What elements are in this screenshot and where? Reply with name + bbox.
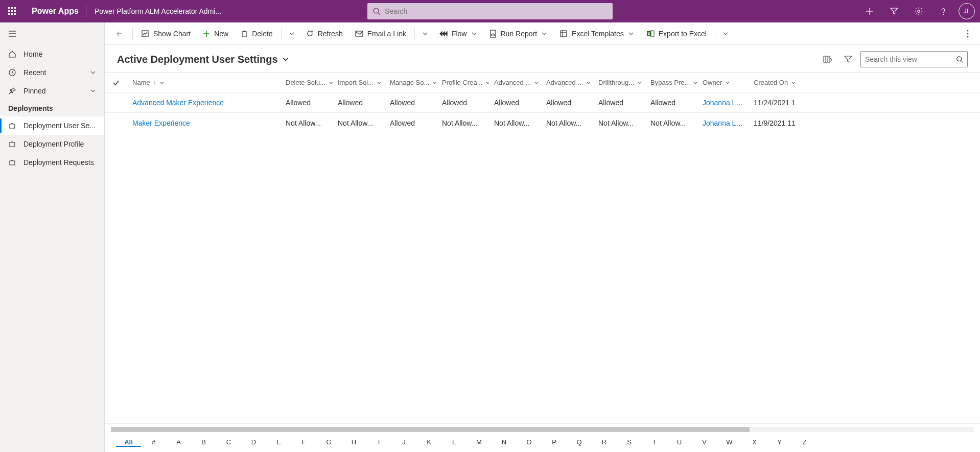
export-dropdown[interactable] <box>718 31 733 37</box>
email-link-label: Email a Link <box>367 30 406 38</box>
filter-view-button[interactable] <box>840 51 856 67</box>
command-separator <box>132 28 133 40</box>
index-letter[interactable]: Q <box>567 438 592 447</box>
email-link-button[interactable]: Email a Link <box>350 26 411 42</box>
index-letter[interactable]: K <box>416 438 441 447</box>
index-letter[interactable]: O <box>517 438 542 447</box>
index-letter[interactable]: T <box>642 438 667 447</box>
chevron-down-icon <box>377 80 382 85</box>
index-letter[interactable]: I <box>366 438 391 447</box>
delete-dropdown[interactable] <box>285 31 299 37</box>
column-advanced-2[interactable]: Advanced ... <box>541 79 593 86</box>
column-drillthrough[interactable]: Drillthroug... <box>593 79 645 86</box>
index-letter[interactable]: N <box>492 438 517 447</box>
app-name[interactable]: Power Apps <box>25 7 86 16</box>
nav-recent[interactable]: Recent <box>0 63 104 82</box>
user-avatar[interactable]: JL <box>959 3 975 19</box>
back-button[interactable] <box>110 26 129 42</box>
index-letter[interactable]: S <box>617 438 642 447</box>
add-button[interactable] <box>857 0 882 22</box>
nav-deployment-profile[interactable]: Deployment Profile <box>0 135 104 153</box>
column-created-on[interactable]: Created On <box>749 79 801 86</box>
export-excel-button[interactable]: Export to Excel <box>641 26 712 42</box>
column-advanced-1[interactable]: Advanced ... <box>489 79 541 86</box>
index-letter[interactable]: G <box>316 438 341 447</box>
owner-link[interactable]: Johanna Loren <box>703 99 749 107</box>
run-report-button[interactable]: Run Report <box>484 26 553 42</box>
index-letter[interactable]: D <box>241 438 266 447</box>
column-delete-solution[interactable]: Delete Solu... <box>281 79 333 86</box>
refresh-button[interactable]: Refresh <box>301 26 348 42</box>
view-search-input[interactable] <box>865 55 956 63</box>
table-row[interactable]: Advanced Maker ExperienceAllowedAllowedA… <box>105 92 980 113</box>
index-letter[interactable]: R <box>592 438 617 447</box>
index-letter[interactable]: # <box>141 438 166 447</box>
view-title-label: Active Deployment User Settings <box>117 54 278 65</box>
horizontal-scrollbar[interactable] <box>111 427 974 433</box>
index-letter[interactable]: All <box>116 438 141 447</box>
index-letter[interactable]: U <box>667 438 692 447</box>
table-row[interactable]: Maker ExperienceNot Allow...Not Allow...… <box>105 113 980 133</box>
record-link[interactable]: Maker Experience <box>132 119 190 127</box>
svg-point-32 <box>967 30 969 31</box>
column-owner[interactable]: Owner <box>697 79 735 86</box>
index-letter[interactable]: L <box>441 438 466 447</box>
new-label: New <box>214 30 228 38</box>
flow-button[interactable]: Flow <box>434 26 482 42</box>
breadcrumb[interactable]: Power Platform ALM Accelerator Admi... <box>86 7 229 15</box>
excel-templates-button[interactable]: Excel Templates <box>554 26 639 42</box>
index-letter[interactable]: Z <box>792 438 817 447</box>
nav-home[interactable]: Home <box>0 45 104 63</box>
record-link[interactable]: Advanced Maker Experience <box>132 99 224 107</box>
delete-button[interactable]: Delete <box>236 26 277 42</box>
show-chart-button[interactable]: Show Chart <box>136 26 196 42</box>
index-letter[interactable]: P <box>542 438 567 447</box>
index-letter[interactable]: Y <box>767 438 792 447</box>
index-letter[interactable]: M <box>466 438 492 447</box>
view-selector[interactable]: Active Deployment User Settings <box>117 54 289 65</box>
column-bypass[interactable]: Bypass Pre... <box>645 79 697 86</box>
chevron-down-icon <box>725 80 730 85</box>
global-search[interactable] <box>367 3 613 19</box>
cell-delete-solution: Not Allow... <box>281 119 333 127</box>
column-profile-creation[interactable]: Profile Crea... <box>437 79 489 86</box>
svg-point-14 <box>943 14 943 14</box>
index-letter[interactable]: E <box>266 438 291 447</box>
index-letter[interactable]: J <box>391 438 416 447</box>
select-all-checkbox[interactable] <box>112 79 120 86</box>
email-dropdown[interactable] <box>418 31 432 37</box>
column-import-solution[interactable]: Import Sol... <box>333 79 385 86</box>
nav-deployment-requests[interactable]: Deployment Requests <box>0 153 104 172</box>
index-letter[interactable]: W <box>717 438 742 447</box>
sidebar-toggle[interactable] <box>0 22 104 45</box>
index-letter[interactable]: B <box>191 438 216 447</box>
command-bar: Show Chart New Delete Refresh Email a Li… <box>105 22 980 45</box>
column-name[interactable]: Name ↑ <box>127 79 170 86</box>
svg-point-33 <box>967 33 969 34</box>
svg-point-38 <box>957 57 962 61</box>
index-letter[interactable]: V <box>692 438 717 447</box>
nav-deployment-user-settings[interactable]: Deployment User Se... <box>0 116 104 135</box>
index-letter[interactable]: F <box>291 438 316 447</box>
edit-columns-button[interactable] <box>820 51 836 67</box>
flow-label: Flow <box>452 30 467 38</box>
command-overflow[interactable] <box>961 30 975 38</box>
column-manage-solution[interactable]: Manage So... <box>385 79 437 86</box>
scrollbar-thumb[interactable] <box>111 427 750 432</box>
index-letter[interactable]: A <box>166 438 191 447</box>
index-letter[interactable]: X <box>742 438 767 447</box>
index-letter[interactable]: H <box>341 438 366 447</box>
help-button[interactable] <box>931 0 955 22</box>
index-letter[interactable]: C <box>216 438 241 447</box>
chevron-down-icon <box>637 80 642 85</box>
filter-button[interactable] <box>882 0 906 22</box>
settings-button[interactable] <box>906 0 931 22</box>
nav-pinned[interactable]: Pinned <box>0 82 104 100</box>
command-separator <box>414 28 415 40</box>
cell-delete-solution: Allowed <box>281 99 333 107</box>
app-launcher-icon[interactable] <box>0 0 25 22</box>
new-button[interactable]: New <box>198 26 234 42</box>
owner-link[interactable]: Johanna Loren <box>703 119 749 127</box>
global-search-input[interactable] <box>385 7 608 15</box>
view-search[interactable] <box>860 51 968 67</box>
